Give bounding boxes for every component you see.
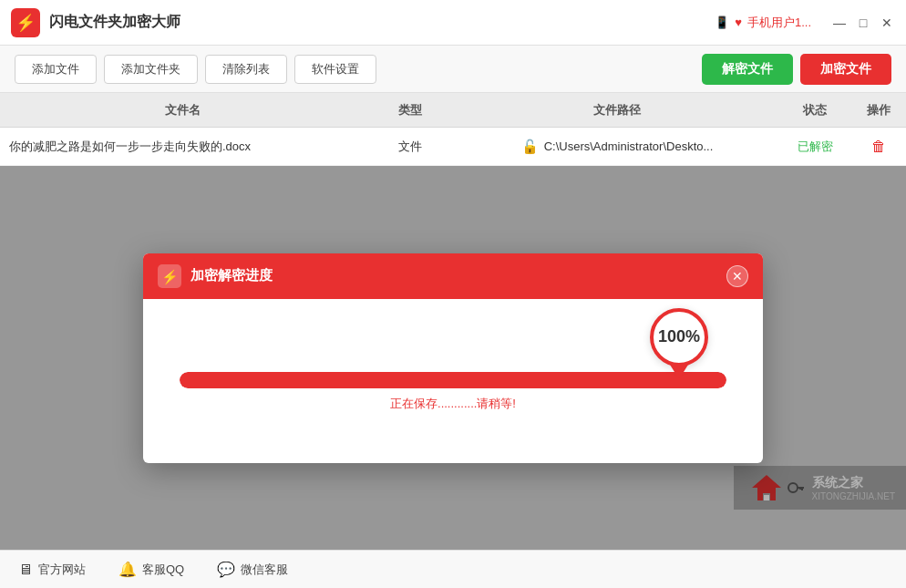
svg-text:⚡: ⚡ bbox=[15, 13, 36, 33]
col-header-action: 操作 bbox=[851, 102, 906, 119]
app-title: 闪电文件夹加密大师 bbox=[49, 13, 715, 32]
modal-overlay: ⚡ 加密解密进度 ✕ 100% bbox=[0, 166, 906, 550]
table-body: 你的减肥之路是如何一步一步走向失败的.docx 文件 🔓 C:\Users\Ad… bbox=[0, 128, 906, 166]
status-text: 已解密 bbox=[798, 139, 833, 153]
svg-text:⚡: ⚡ bbox=[161, 269, 179, 285]
add-folder-button[interactable]: 添加文件夹 bbox=[104, 55, 198, 84]
qq-icon: 🔔 bbox=[118, 561, 137, 578]
wechat-service-label: 微信客服 bbox=[241, 562, 288, 578]
wifi-icon: ♥ bbox=[735, 15, 742, 29]
content-area: ⚡ 加密解密进度 ✕ 100% bbox=[0, 166, 906, 550]
phone-icon: 📱 bbox=[715, 15, 729, 29]
title-bar: ⚡ 闪电文件夹加密大师 📱 ♥ 手机用户1... — □ ✕ bbox=[0, 0, 906, 46]
col-header-path: 文件路径 bbox=[456, 102, 778, 119]
add-file-button[interactable]: 添加文件 bbox=[15, 55, 97, 84]
col-header-status: 状态 bbox=[778, 102, 851, 119]
modal-body: 100% 正在保存............请稍等! bbox=[143, 299, 763, 463]
progress-bar bbox=[180, 372, 726, 388]
official-site-link[interactable]: 🖥 官方网站 bbox=[18, 562, 86, 578]
clear-list-button[interactable]: 清除列表 bbox=[205, 55, 287, 84]
modal-header: ⚡ 加密解密进度 ✕ bbox=[143, 253, 763, 299]
cell-action: 🗑 bbox=[851, 139, 906, 155]
cell-status: 已解密 bbox=[778, 139, 851, 155]
progress-balloon: 100% bbox=[650, 308, 708, 379]
progress-modal: ⚡ 加密解密进度 ✕ 100% bbox=[143, 253, 763, 463]
app-logo: ⚡ bbox=[11, 8, 40, 37]
phone-area: 📱 ♥ 手机用户1... bbox=[715, 15, 811, 31]
type-text: 文件 bbox=[398, 139, 422, 153]
cell-filename: 你的减肥之路是如何一步一步走向失败的.docx bbox=[0, 139, 365, 155]
phone-user-text: 手机用户1... bbox=[747, 15, 811, 31]
main-window: ⚡ 闪电文件夹加密大师 📱 ♥ 手机用户1... — □ ✕ 添加文件 添加文件… bbox=[0, 0, 906, 588]
delete-icon[interactable]: 🗑 bbox=[871, 139, 886, 154]
wechat-icon: 💬 bbox=[217, 561, 235, 578]
footer: 🖥 官方网站 🔔 客服QQ 💬 微信客服 bbox=[0, 550, 906, 588]
path-text: C:\Users\Administrator\Deskto... bbox=[544, 139, 714, 153]
close-button[interactable]: ✕ bbox=[879, 15, 895, 31]
settings-button[interactable]: 软件设置 bbox=[294, 55, 376, 84]
col-header-type: 类型 bbox=[365, 102, 456, 119]
cell-path: 🔓 C:\Users\Administrator\Deskto... bbox=[456, 139, 778, 155]
customer-qq-link[interactable]: 🔔 客服QQ bbox=[118, 561, 184, 578]
table-header: 文件名 类型 文件路径 状态 操作 bbox=[0, 93, 906, 128]
filename-text: 你的减肥之路是如何一步一步走向失败的.docx bbox=[9, 139, 251, 153]
modal-title: 加密解密进度 bbox=[190, 267, 717, 284]
wechat-service-link[interactable]: 💬 微信客服 bbox=[217, 561, 288, 578]
progress-percent-text: 100% bbox=[658, 327, 700, 346]
title-bar-right: 📱 ♥ 手机用户1... — □ ✕ bbox=[715, 15, 895, 31]
modal-close-button[interactable]: ✕ bbox=[726, 265, 748, 287]
restore-button[interactable]: □ bbox=[855, 15, 871, 31]
progress-track bbox=[180, 372, 726, 388]
monitor-icon: 🖥 bbox=[18, 562, 33, 578]
modal-logo: ⚡ bbox=[158, 264, 181, 288]
col-header-filename: 文件名 bbox=[0, 102, 365, 119]
toolbar: 添加文件 添加文件夹 清除列表 软件设置 解密文件 加密文件 bbox=[0, 46, 906, 93]
encrypt-file-button[interactable]: 加密文件 bbox=[800, 54, 891, 85]
table-row: 你的减肥之路是如何一步一步走向失败的.docx 文件 🔓 C:\Users\Ad… bbox=[0, 128, 906, 166]
progress-percent-circle: 100% bbox=[650, 308, 708, 366]
minimize-button[interactable]: — bbox=[831, 15, 848, 31]
customer-qq-label: 客服QQ bbox=[142, 562, 184, 578]
window-controls: — □ ✕ bbox=[831, 15, 895, 31]
cell-type: 文件 bbox=[365, 139, 456, 155]
progress-status-text: 正在保存............请稍等! bbox=[180, 396, 726, 412]
decrypt-file-button[interactable]: 解密文件 bbox=[702, 54, 793, 85]
balloon-pointer bbox=[670, 365, 688, 379]
official-site-label: 官方网站 bbox=[38, 562, 86, 578]
lock-icon: 🔓 bbox=[521, 139, 539, 155]
